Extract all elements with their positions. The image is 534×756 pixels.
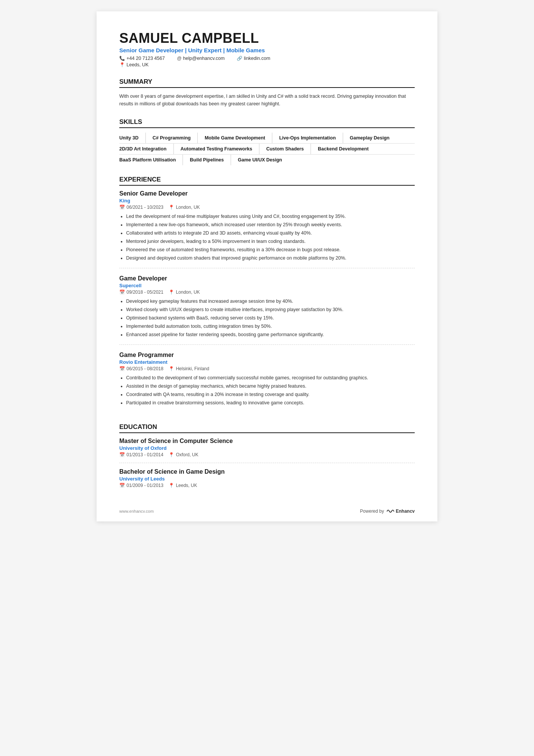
skill-tag: Build Pipelines [190, 155, 231, 165]
candidate-title: Senior Game Developer | Unity Expert | M… [119, 47, 415, 53]
edu-school: University of Leeds [119, 476, 415, 482]
exp-bullet: Worked closely with UI/UX designers to c… [126, 306, 415, 313]
education-entry: Bachelor of Science in Game Design Unive… [119, 468, 415, 493]
skill-row: BaaS Platform UtilisationBuild Pipelines… [119, 155, 415, 165]
exp-bullet: Coordinated with QA teams, resulting in … [126, 391, 415, 398]
edu-meta: 📅 01/2013 - 01/2014 📍 Oxford, UK [119, 452, 415, 457]
edu-degree: Bachelor of Science in Game Design [119, 468, 415, 475]
exp-job-title: Game Developer [119, 275, 415, 282]
education-entries: Master of Science in Computer Science Un… [119, 438, 415, 493]
education-entry: Master of Science in Computer Science Un… [119, 438, 415, 463]
summary-title: SUMMARY [119, 78, 415, 88]
skill-tag: Unity 3D [119, 133, 146, 143]
exp-bullets: Developed key gameplay features that inc… [119, 297, 415, 338]
exp-company: Supercell [119, 283, 415, 288]
resume-page: SAMUEL CAMPBELL Senior Game Developer | … [97, 11, 437, 521]
skill-row: 2D/3D Art IntegrationAutomated Testing F… [119, 144, 415, 155]
skill-tag: Mobile Game Development [205, 133, 272, 143]
education-title: EDUCATION [119, 423, 415, 433]
education-section: EDUCATION Master of Science in Computer … [119, 423, 415, 493]
experience-title: EXPERIENCE [119, 176, 415, 186]
exp-bullet: Collaborated with artists to integrate 2… [126, 229, 415, 237]
powered-by-label: Powered by [360, 509, 384, 514]
website-item: 🔗 linkedin.com [237, 56, 270, 61]
exp-bullet: Mentored junior developers, leading to a… [126, 238, 415, 245]
candidate-name: SAMUEL CAMPBELL [119, 30, 415, 46]
exp-bullet: Contributed to the development of two co… [126, 374, 415, 382]
experience-entry: Senior Game Developer King 📅 06/2021 - 1… [119, 190, 415, 268]
skills-title: SKILLS [119, 118, 415, 128]
exp-bullet: Participated in creative brainstorming s… [126, 399, 415, 407]
edu-date: 📅 01/2013 - 01/2014 [119, 452, 163, 457]
experience-section: EXPERIENCE Senior Game Developer King 📅 … [119, 176, 415, 413]
edu-location: 📍 Oxford, UK [169, 452, 198, 457]
website-value: linkedin.com [244, 56, 270, 61]
calendar-icon: 📅 [119, 483, 125, 488]
exp-bullet: Enhanced asset pipeline for faster rende… [126, 331, 415, 338]
footer-brand: Powered by Enhancv [360, 509, 415, 514]
exp-job-title: Senior Game Developer [119, 190, 415, 197]
skill-tag: Gameplay Design [350, 133, 397, 143]
exp-bullet: Designed and deployed custom shaders tha… [126, 254, 415, 262]
phone-icon: 📞 [119, 56, 125, 61]
enhancv-logo: Enhancv [386, 509, 415, 514]
exp-date: 📅 06/2021 - 10/2023 [119, 205, 163, 210]
skill-tag: Live-Ops Implementation [279, 133, 343, 143]
skills-grid: Unity 3DC# ProgrammingMobile Game Develo… [119, 133, 415, 165]
edu-date: 📅 01/2009 - 01/2013 [119, 483, 163, 488]
exp-bullet: Led the development of real-time multipl… [126, 213, 415, 220]
exp-meta: 📅 09/2018 - 05/2021 📍 London, UK [119, 290, 415, 295]
header: SAMUEL CAMPBELL Senior Game Developer | … [119, 30, 415, 67]
location-icon: 📍 [119, 62, 125, 67]
skill-tag: C# Programming [153, 133, 198, 143]
skill-tag: Backend Development [318, 144, 375, 154]
link-icon: 🔗 [237, 56, 242, 61]
brand-name: Enhancv [396, 509, 415, 514]
summary-text: With over 8 years of game development ex… [119, 92, 415, 108]
phone-item: 📞 +44 20 7123 4567 [119, 56, 165, 61]
exp-meta: 📅 06/2015 - 08/2018 📍 Helsinki, Finland [119, 366, 415, 371]
skill-row: Unity 3DC# ProgrammingMobile Game Develo… [119, 133, 415, 144]
footer-website: www.enhancv.com [119, 509, 154, 513]
location-pin-icon: 📍 [169, 290, 174, 295]
location-row: 📍 Leeds, UK [119, 62, 415, 67]
calendar-icon: 📅 [119, 290, 125, 295]
edu-school: University of Oxford [119, 445, 415, 451]
exp-bullets: Led the development of real-time multipl… [119, 213, 415, 262]
exp-company: Rovio Entertainment [119, 359, 415, 365]
exp-bullets: Contributed to the development of two co… [119, 374, 415, 407]
edu-meta: 📅 01/2009 - 01/2013 📍 Leeds, UK [119, 483, 415, 488]
skill-tag: 2D/3D Art Integration [119, 144, 174, 154]
exp-location: 📍 London, UK [169, 290, 200, 295]
exp-location: 📍 London, UK [169, 205, 200, 210]
exp-bullet: Implemented a new live-ops framework, wh… [126, 221, 415, 229]
skill-tag: Custom Shaders [266, 144, 311, 154]
edu-degree: Master of Science in Computer Science [119, 438, 415, 445]
location-pin-icon: 📍 [169, 483, 174, 488]
skill-tag: BaaS Platform Utilisation [119, 155, 183, 165]
location-pin-icon: 📍 [169, 452, 174, 457]
location-pin-icon: 📍 [169, 366, 174, 371]
email-item: @ help@enhancv.com [177, 56, 225, 61]
contact-row: 📞 +44 20 7123 4567 @ help@enhancv.com 🔗 … [119, 56, 415, 61]
location-value: Leeds, UK [126, 62, 148, 67]
exp-job-title: Game Programmer [119, 352, 415, 358]
exp-bullet: Developed key gameplay features that inc… [126, 297, 415, 305]
exp-bullet: Pioneered the use of automated testing f… [126, 246, 415, 254]
exp-location: 📍 Helsinki, Finland [169, 366, 209, 371]
calendar-icon: 📅 [119, 205, 125, 210]
edu-location: 📍 Leeds, UK [169, 483, 197, 488]
exp-bullet: Implemented build automation tools, cutt… [126, 322, 415, 330]
skill-tag: Game UI/UX Design [238, 155, 289, 165]
phone-value: +44 20 7123 4567 [126, 56, 165, 61]
calendar-icon: 📅 [119, 366, 125, 371]
exp-date: 📅 06/2015 - 08/2018 [119, 366, 163, 371]
exp-date: 📅 09/2018 - 05/2021 [119, 290, 163, 295]
summary-section: SUMMARY With over 8 years of game develo… [119, 78, 415, 108]
experience-entries: Senior Game Developer King 📅 06/2021 - 1… [119, 190, 415, 413]
exp-company: King [119, 198, 415, 203]
skills-section: SKILLS Unity 3DC# ProgrammingMobile Game… [119, 118, 415, 165]
exp-bullet: Optimised backend systems with BaaS, red… [126, 314, 415, 322]
skill-tag: Automated Testing Frameworks [181, 144, 259, 154]
exp-meta: 📅 06/2021 - 10/2023 📍 London, UK [119, 205, 415, 210]
